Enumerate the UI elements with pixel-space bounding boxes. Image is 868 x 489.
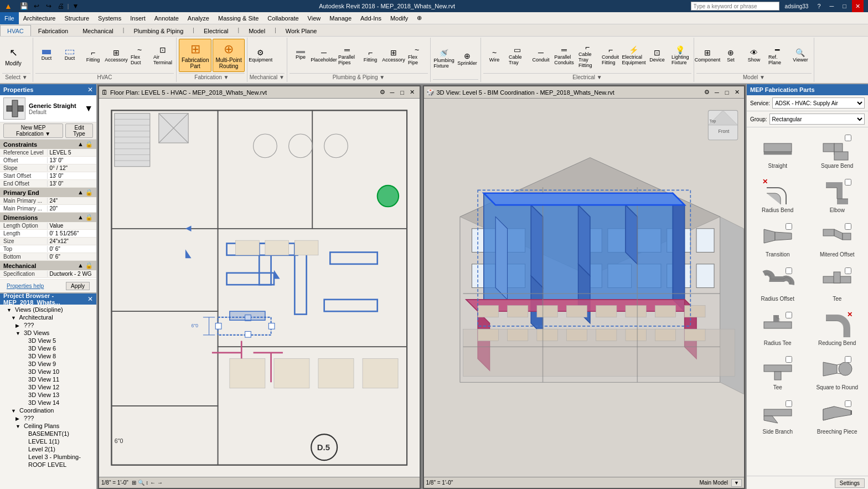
maximize-btn[interactable]: □ bbox=[839, 0, 850, 12]
help-btn[interactable]: ? bbox=[814, 0, 824, 12]
ribbon-tab-hvac[interactable]: HVAC bbox=[0, 25, 31, 36]
menu-annotate[interactable]: Annotate bbox=[150, 12, 183, 24]
fab-item-radius-offset[interactable]: Radius Offset bbox=[749, 262, 807, 305]
fab-item-radius-bend[interactable]: ✕ Radius Bend bbox=[749, 174, 807, 216]
floor-plan-settings-btn[interactable]: ⚙ bbox=[378, 87, 388, 97]
ribbon-btn-pipe[interactable]: Pipe bbox=[290, 48, 312, 63]
fab-item-mitered-offset[interactable]: Mitered Offset bbox=[809, 218, 866, 260]
tree-3d-view13[interactable]: 3D View 13 bbox=[2, 391, 94, 399]
qa-save[interactable]: 💾 bbox=[19, 1, 30, 12]
ribbon-btn-component[interactable]: ⊞ Component bbox=[696, 48, 719, 63]
prop-expand-icon[interactable]: ▼ bbox=[84, 104, 93, 114]
radius-offset-checkbox[interactable] bbox=[786, 267, 792, 274]
menu-plus[interactable]: ⊕ bbox=[412, 12, 426, 24]
tree-level3[interactable]: Level 3 - Plumbing- bbox=[2, 453, 94, 461]
tree-level2[interactable]: Level 2(1) bbox=[2, 445, 94, 453]
view-3d-close-btn[interactable]: ✕ bbox=[732, 87, 742, 97]
tree-ceiling-plans[interactable]: ▼ Ceiling Plans bbox=[2, 422, 94, 430]
qa-print[interactable]: 🖨 bbox=[55, 1, 66, 12]
tree-3d-view5[interactable]: 3D View 5 bbox=[2, 337, 94, 344]
ribbon-btn-plumbing-fixture[interactable]: 🚿 Plumbing Fixture bbox=[433, 51, 455, 66]
fab-settings-btn[interactable]: Settings bbox=[835, 478, 865, 488]
dimensions-header[interactable]: Dimensions ▲ 🔒 bbox=[0, 213, 96, 222]
floor-plan-max-btn[interactable]: □ bbox=[397, 87, 407, 97]
menu-massing[interactable]: Massing & Site bbox=[214, 12, 263, 24]
fab-item-reducing-bend[interactable]: ✕ Reducing Bend bbox=[809, 307, 866, 349]
transition-checkbox[interactable] bbox=[786, 223, 792, 230]
fab-item-elbow[interactable]: Elbow bbox=[809, 174, 866, 216]
menu-file[interactable]: File bbox=[0, 12, 19, 24]
tree-roof[interactable]: ROOF LEVEL bbox=[2, 461, 94, 469]
primary-end-header[interactable]: Primary End ▲ 🔒 bbox=[0, 188, 96, 197]
tree-coordination[interactable]: ▼ Coordination bbox=[2, 406, 94, 414]
tree-arch-unknown[interactable]: ▶ ??? bbox=[2, 321, 94, 329]
menu-addins[interactable]: Add-Ins bbox=[356, 12, 386, 24]
ribbon-btn-duct-placeholder[interactable]: Duct bbox=[59, 48, 81, 63]
project-browser-close[interactable]: ✕ bbox=[87, 295, 93, 303]
ribbon-btn-elec-equip[interactable]: ⚡ Electrical Equipment bbox=[623, 48, 645, 63]
close-btn[interactable]: ✕ bbox=[852, 0, 864, 12]
tee-1-checkbox[interactable] bbox=[845, 267, 851, 274]
menu-analyze[interactable]: Analyze bbox=[183, 12, 214, 24]
fab-item-square-to-round[interactable]: Square to Round bbox=[809, 351, 866, 393]
square-bend-checkbox[interactable] bbox=[845, 135, 851, 141]
ribbon-tab-plumbing[interactable]: Plumbing & Piping bbox=[126, 25, 190, 36]
tree-3d-view9[interactable]: 3D View 9 bbox=[2, 360, 94, 368]
ribbon-btn-duct-fitting[interactable]: ⌐ Fitting bbox=[82, 48, 104, 63]
menu-view[interactable]: View bbox=[303, 12, 326, 24]
fab-item-straight[interactable]: Straight bbox=[749, 130, 807, 172]
menu-modify[interactable]: Modify bbox=[386, 12, 412, 24]
fab-item-square-bend[interactable]: Square Bend bbox=[809, 130, 866, 172]
qa-redo[interactable]: ↪ bbox=[43, 1, 54, 12]
radius-tee-checkbox[interactable] bbox=[786, 312, 792, 318]
tree-3d-view10[interactable]: 3D View 10 bbox=[2, 368, 94, 375]
ribbon-btn-mech-equip[interactable]: ⚙ Equipment bbox=[250, 48, 272, 63]
tree-coord-unknown[interactable]: ▶ ??? bbox=[2, 414, 94, 422]
ribbon-btn-ref-plane[interactable]: ━ Ref. Plane bbox=[766, 48, 788, 63]
fab-item-tee-1[interactable]: Tee bbox=[809, 262, 866, 305]
ribbon-btn-flex-pipe[interactable]: ~ Flex Pipe bbox=[406, 48, 428, 63]
tee-2-checkbox[interactable] bbox=[786, 356, 792, 363]
edit-type-btn[interactable]: Edit Type bbox=[65, 123, 93, 138]
ribbon-btn-duct-accessory[interactable]: ⊞ Accessory bbox=[105, 48, 127, 63]
ribbon-btn-multipoint[interactable]: ⊕ Multi-PointRouting bbox=[213, 39, 244, 72]
square-to-round-checkbox[interactable] bbox=[845, 356, 851, 363]
ribbon-btn-parallel-conduits[interactable]: ═ Parallel Conduits bbox=[553, 48, 575, 63]
ribbon-tab-electrical[interactable]: Electrical bbox=[197, 25, 236, 36]
ribbon-btn-sprinkler[interactable]: ⊕ Sprinkler bbox=[456, 51, 478, 66]
view-3d-content[interactable]: Front Top bbox=[424, 99, 745, 477]
menu-architecture[interactable]: Architecture bbox=[19, 12, 60, 24]
constraints-header[interactable]: Constraints ▲ 🔒 bbox=[0, 140, 96, 149]
menu-structure[interactable]: Structure bbox=[60, 12, 94, 24]
tree-3d-view14[interactable]: 3D View 14 bbox=[2, 399, 94, 406]
ribbon-btn-modify[interactable]: ↖ Modify bbox=[2, 39, 24, 72]
ribbon-btn-pipe-accessory[interactable]: ⊞ Accessory bbox=[383, 48, 405, 63]
ribbon-btn-viewer[interactable]: 🔍 Viewer bbox=[789, 48, 812, 63]
floor-plan-content[interactable]: 6"0 6"0 D.5 bbox=[99, 99, 420, 477]
menu-collaborate[interactable]: Collaborate bbox=[263, 12, 303, 24]
fab-item-side-branch[interactable]: Side Branch bbox=[749, 395, 807, 437]
model-selector[interactable]: ▼ bbox=[731, 479, 742, 487]
mechanical-header[interactable]: Mechanical ▲ 🔒 bbox=[0, 261, 96, 270]
properties-close[interactable]: ✕ bbox=[87, 86, 93, 94]
tree-level1[interactable]: LEVEL 1(1) bbox=[2, 437, 94, 445]
ribbon-btn-fabrication-part[interactable]: ⊞ FabricationPart bbox=[179, 39, 211, 72]
breeching-checkbox[interactable] bbox=[845, 400, 851, 407]
fab-item-radius-tee[interactable]: Radius Tee bbox=[749, 307, 807, 349]
ribbon-btn-cable-tray[interactable]: ▭ Cable Tray bbox=[507, 48, 529, 63]
view-3d-min-btn[interactable]: ─ bbox=[712, 87, 722, 97]
properties-help-link[interactable]: Properties help bbox=[3, 282, 47, 290]
ribbon-btn-flex-duct[interactable]: ~ Flex Duct bbox=[128, 48, 151, 63]
qa-more[interactable]: ▼ bbox=[70, 1, 81, 12]
fab-item-breeching[interactable]: Breeching Piece bbox=[809, 395, 866, 437]
menu-systems[interactable]: Systems bbox=[94, 12, 126, 24]
menu-manage[interactable]: Manage bbox=[325, 12, 356, 24]
menu-insert[interactable]: Insert bbox=[126, 12, 150, 24]
ribbon-btn-conduit-fitting[interactable]: ⌐ Conduit Fitting bbox=[600, 48, 622, 63]
mitered-offset-checkbox[interactable] bbox=[845, 223, 851, 230]
fab-item-transition[interactable]: Transition bbox=[749, 218, 807, 260]
ribbon-btn-cable-fitting[interactable]: ⌐ Cable Tray Fitting bbox=[576, 48, 598, 63]
tree-3d-view6[interactable]: 3D View 6 bbox=[2, 344, 94, 352]
ribbon-btn-conduit[interactable]: ─ Conduit bbox=[530, 48, 552, 63]
ribbon-btn-parallel-pipes[interactable]: ═ Parallel Pipes bbox=[336, 48, 358, 63]
